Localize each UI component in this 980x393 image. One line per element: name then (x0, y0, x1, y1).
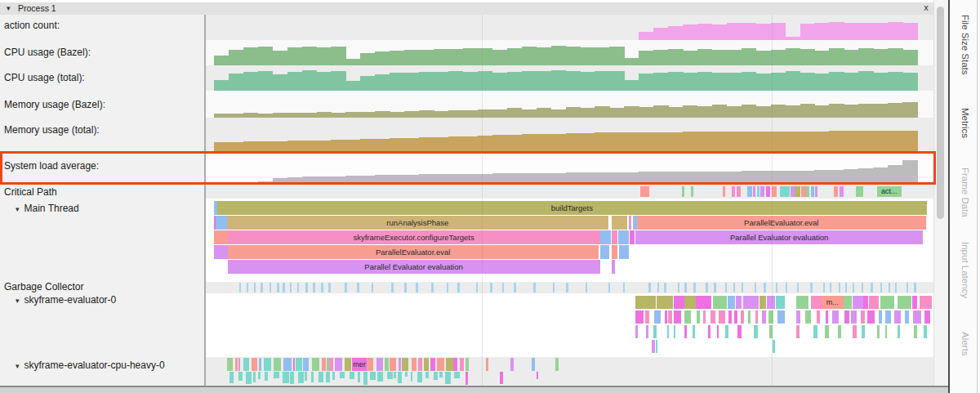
collapse-triangle-icon[interactable]: ▾ (16, 362, 20, 370)
chart-bar (551, 46, 566, 65)
chart-bar (814, 51, 829, 65)
counter-label-system-load[interactable]: System load average: (4, 160, 99, 172)
chart-bar (345, 112, 360, 118)
trace-slice[interactable]: mer (352, 358, 367, 371)
thread-label-skyframe-evaluator-0[interactable]: ▾skyframe-evaluator-0 (4, 294, 116, 306)
trace-slice[interactable]: m... (822, 296, 844, 309)
trace-slice[interactable] (630, 230, 634, 244)
chart-bar (683, 105, 697, 118)
collapse-triangle-icon[interactable]: ▾ (16, 297, 20, 305)
counter-track-cpu-total[interactable] (206, 65, 933, 91)
trace-event-sliver (322, 358, 326, 371)
critical-path-track[interactable]: act... (206, 185, 933, 199)
chart-bar (742, 23, 756, 40)
close-icon[interactable]: x (920, 2, 933, 15)
skyframe-evaluator-cpu-heavy-0-track[interactable]: mer (206, 357, 933, 386)
tab-alerts[interactable]: Alerts (960, 332, 970, 355)
trace-slice[interactable] (612, 260, 615, 274)
chart-bar (786, 71, 800, 91)
trace-slice[interactable]: Parallel Evaluator evaluation (228, 260, 600, 274)
trace-slice[interactable] (612, 216, 627, 230)
chart-bar (742, 72, 756, 91)
tab-file-size-stats[interactable]: File Size Stats (960, 15, 970, 75)
counter-label-action-count[interactable]: action count: (4, 20, 60, 31)
chart-bar (639, 172, 653, 185)
thread-label-main-thread[interactable]: ▾Main Thread (4, 203, 79, 214)
trace-event-sliver (297, 283, 299, 293)
trace-event-sliver (345, 358, 352, 371)
chart-bar (771, 73, 786, 91)
trace-slice[interactable] (600, 245, 609, 259)
trace-slice[interactable] (216, 216, 227, 230)
chart-bar (345, 140, 360, 151)
trace-event-sliver (880, 283, 882, 293)
counter-label-mem-total[interactable]: Memory usage (total): (4, 124, 100, 136)
counter-track-cpu-bazel[interactable] (206, 40, 933, 65)
trace-slice[interactable]: runAnalysisPhase (227, 216, 608, 230)
horizontal-scrollbar-track[interactable] (0, 386, 948, 393)
process-header[interactable]: ▾ Process 1 x (0, 2, 933, 16)
trace-event-sliver (810, 283, 813, 293)
trace-slice[interactable] (600, 230, 611, 244)
chart-bar (478, 71, 492, 91)
counter-track-action-count[interactable] (206, 15, 933, 40)
section-label-critical-path[interactable]: Critical Path (4, 186, 57, 198)
process-title: Process 1 (18, 3, 56, 13)
trace-slice[interactable]: skyframeExecutor.configureTargets (228, 230, 600, 244)
trace-slice[interactable] (618, 230, 628, 244)
tab-input-latency[interactable]: Input Latency (960, 242, 970, 298)
trace-event-sliver (665, 310, 667, 324)
counter-label-mem-bazel[interactable]: Memory usage (Bazel): (4, 99, 105, 110)
trace-slice[interactable] (612, 245, 617, 259)
counter-label-cpu-total[interactable]: CPU usage (total): (4, 72, 85, 83)
chart-bar (229, 50, 243, 65)
trace-event-sliver (885, 325, 887, 338)
trace-slice[interactable] (612, 230, 617, 244)
trace-event-sliver (920, 296, 933, 309)
garbage-collector-track[interactable] (206, 282, 933, 293)
trace-slice[interactable]: Parallel Evaluator evaluation (635, 230, 923, 244)
chart-bar (609, 47, 624, 65)
chart-bar (624, 106, 639, 118)
chart-bar (844, 169, 858, 185)
trace-slice[interactable] (214, 245, 228, 259)
trace-event-sliver (728, 296, 734, 309)
chart-bar (375, 74, 390, 91)
trace-event-sliver (906, 283, 908, 293)
chart-bar (566, 47, 581, 65)
trace-slice[interactable] (629, 216, 632, 230)
counter-track-mem-bazel[interactable] (206, 91, 933, 118)
trace-event-sliver (697, 310, 700, 324)
thread-label-skyframe-evaluator-cpu-heavy-0[interactable]: ▾skyframe-evaluator-cpu-heavy-0 (4, 360, 165, 371)
trace-event-sliver (737, 325, 742, 338)
tab-metrics[interactable]: Metrics (960, 108, 970, 138)
trace-event-sliver (725, 325, 728, 338)
trace-event-sliver (434, 372, 439, 380)
vertical-scrollbar-track[interactable] (933, 0, 948, 393)
trace-event-sliver (830, 283, 831, 293)
section-label-garbage-collector[interactable]: Garbage Collector (4, 281, 83, 293)
chart-bar (463, 110, 478, 118)
trace-event-sliver (553, 283, 555, 293)
chart-bar (419, 174, 434, 185)
trace-slice[interactable] (619, 245, 628, 259)
trace-event-sliver (514, 283, 517, 293)
collapse-triangle-icon[interactable]: ▾ (7, 4, 11, 12)
collapse-triangle-icon[interactable]: ▾ (16, 205, 20, 213)
counter-track-mem-total[interactable] (206, 118, 933, 151)
trace-event-sliver (259, 358, 261, 371)
trace-slice[interactable]: ParallelEvaluator.eval (228, 245, 599, 259)
vertical-scrollbar-thumb[interactable] (937, 7, 944, 219)
trace-slice[interactable] (214, 230, 228, 244)
skyframe-evaluator-0-track[interactable]: m... (206, 293, 933, 357)
counter-label-cpu-bazel[interactable]: CPU usage (Bazel): (4, 47, 91, 58)
trace-event-sliver (708, 325, 710, 338)
trace-slice[interactable]: act... (877, 186, 902, 197)
trace-slice[interactable]: buildTargets (217, 201, 928, 215)
trace-event-sliver (390, 358, 396, 371)
chart-bar (814, 23, 829, 40)
tab-frame-data[interactable]: Frame Data (960, 167, 970, 217)
counter-track-system-load[interactable] (206, 151, 933, 185)
trace-event-sliver (466, 372, 468, 385)
trace-slice[interactable]: ParallelEvaluator.eval (637, 216, 926, 230)
